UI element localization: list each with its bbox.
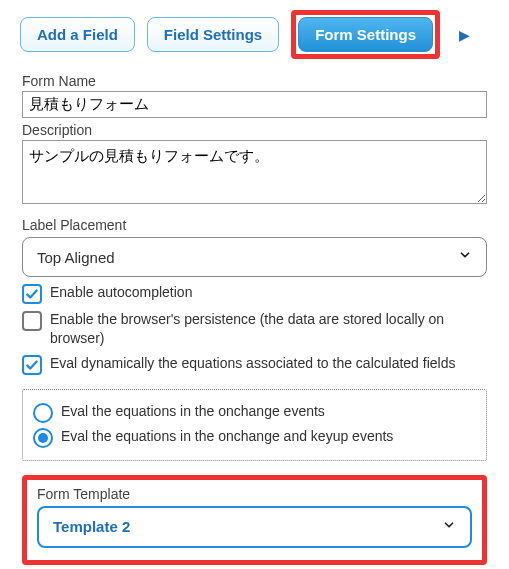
form-name-input[interactable] xyxy=(22,91,487,118)
radio-dot-icon xyxy=(38,433,48,443)
form-template-value: Template 2 xyxy=(53,518,130,535)
persistence-label: Enable the browser's persistence (the da… xyxy=(50,310,487,348)
eval-onchange-keyup-radio[interactable] xyxy=(33,428,53,448)
check-icon xyxy=(25,287,39,301)
tab-bar: Add a Field Field Settings Form Settings… xyxy=(20,10,489,59)
autocomplete-checkbox[interactable] xyxy=(22,284,42,304)
chevron-right-icon: ▶ xyxy=(459,27,470,43)
description-label: Description xyxy=(22,122,487,138)
highlight-form-settings: Form Settings xyxy=(291,10,440,59)
eval-mode-radiogroup: Eval the equations in the onchange event… xyxy=(22,389,487,461)
chevron-down-icon xyxy=(442,518,456,536)
label-placement-label: Label Placement xyxy=(22,217,487,233)
autocomplete-label: Enable autocompletion xyxy=(50,283,192,302)
form-name-label: Form Name xyxy=(22,73,487,89)
eval-onchange-keyup-label: Eval the equations in the onchange and k… xyxy=(61,427,393,446)
eval-onchange-label: Eval the equations in the onchange event… xyxy=(61,402,325,421)
tabs-more-button[interactable]: ▶ xyxy=(452,27,476,43)
tab-add-field[interactable]: Add a Field xyxy=(20,17,135,52)
label-placement-value: Top Aligned xyxy=(37,249,115,266)
form-template-label: Form Template xyxy=(37,486,472,502)
description-textarea[interactable]: サンプルの見積もりフォームです。 xyxy=(22,140,487,204)
form-settings-panel: Form Name Description サンプルの見積もりフォームです。 L… xyxy=(20,73,489,569)
form-template-select[interactable]: Template 2 xyxy=(37,506,472,548)
persistence-checkbox[interactable] xyxy=(22,311,42,331)
label-placement-select[interactable]: Top Aligned xyxy=(22,237,487,277)
check-icon xyxy=(25,358,39,372)
tab-field-settings[interactable]: Field Settings xyxy=(147,17,279,52)
tab-form-settings[interactable]: Form Settings xyxy=(298,17,433,52)
eval-dynamic-label: Eval dynamically the equations associate… xyxy=(50,354,455,373)
eval-onchange-radio[interactable] xyxy=(33,403,53,423)
chevron-down-icon xyxy=(458,248,472,266)
highlight-form-template: Form Template Template 2 xyxy=(22,475,487,565)
eval-dynamic-checkbox[interactable] xyxy=(22,355,42,375)
